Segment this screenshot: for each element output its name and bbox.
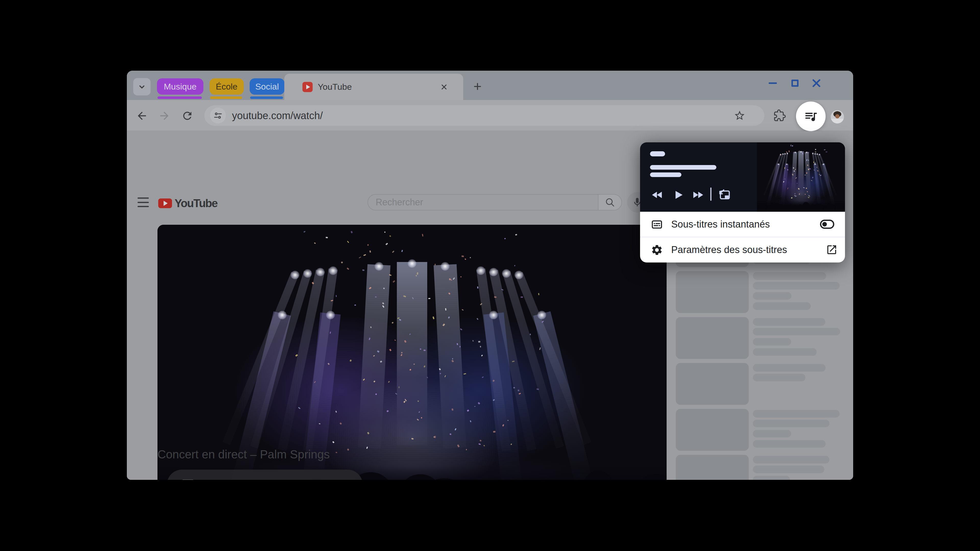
skeleton-thumbnail <box>676 271 749 313</box>
window-close-button[interactable] <box>809 76 824 91</box>
skeleton-text-line <box>753 440 826 448</box>
play-icon <box>673 189 684 200</box>
window-minimize-button[interactable] <box>765 76 780 91</box>
search-bar <box>368 194 622 210</box>
confetti-particle <box>421 417 422 419</box>
search-icon <box>605 197 615 208</box>
caption-settings-row[interactable]: Paramètres des sous-titres <box>640 237 845 262</box>
back-button[interactable] <box>136 110 148 122</box>
spotlight-glow <box>489 311 498 319</box>
skeleton-text-line <box>753 364 826 372</box>
crowd-head <box>811 204 815 212</box>
maximize-icon <box>791 79 799 87</box>
spotlight-glow <box>407 259 417 268</box>
skeleton-text-line <box>753 374 805 381</box>
live-caption-toggle[interactable] <box>820 220 834 229</box>
spotlight-glow <box>812 152 814 154</box>
spotlight-glow <box>806 151 808 153</box>
confetti-particle <box>434 264 436 265</box>
confetti-particle <box>530 333 531 335</box>
spotlight-glow <box>800 151 802 153</box>
now-playing-card <box>640 142 845 212</box>
caption-settings-label: Paramètres des sous-titres <box>671 237 787 262</box>
fast-forward-icon <box>692 189 703 201</box>
confetti-particle <box>368 244 369 246</box>
cast-to-tv-button[interactable]: Lecture sur un téléviseur de salon <box>167 470 363 480</box>
tab-group-underline-1 <box>158 97 202 99</box>
forward-button[interactable] <box>158 110 170 122</box>
spotlight-glow <box>476 266 485 275</box>
arrow-back-icon <box>136 110 148 122</box>
tune-icon <box>213 110 223 121</box>
active-tab-youtube[interactable]: YouTube <box>284 74 463 100</box>
media-controls-button[interactable] <box>796 102 826 131</box>
confetti-particle <box>336 295 337 297</box>
confetti-particle <box>520 297 523 298</box>
confetti-particle <box>794 170 794 171</box>
site-info-button[interactable] <box>210 108 226 124</box>
reload-button[interactable] <box>181 110 193 122</box>
spotlight-glow <box>819 154 820 156</box>
spotlight-glow <box>787 152 788 154</box>
extensions-button[interactable] <box>773 110 786 122</box>
arrow-forward-icon <box>158 110 170 122</box>
confetti-particle <box>460 346 461 348</box>
confetti-particle <box>784 167 785 169</box>
skeleton-text-line <box>753 318 825 326</box>
youtube-logo[interactable]: YouTube <box>158 197 218 210</box>
crowd-head <box>761 203 765 212</box>
live-caption-row[interactable]: Sous-titres instantanés <box>640 212 845 237</box>
bookmark-star-button[interactable] <box>734 110 746 121</box>
spotlight-glow <box>778 163 779 165</box>
confetti-particle <box>816 167 817 168</box>
spotlight-glow <box>502 269 511 278</box>
subtitles-icon <box>651 218 663 230</box>
search-button[interactable] <box>598 195 621 210</box>
spotlight-glow <box>441 262 450 271</box>
crowd-head <box>830 204 834 212</box>
media-controls-popup: Sous-titres instantanés Paramètres des s… <box>640 142 845 262</box>
picture-in-picture-button[interactable] <box>717 188 732 202</box>
desktop-background: MusiqueÉcoleSocial YouTube <box>0 0 980 551</box>
picture-in-picture-icon <box>718 188 731 202</box>
previous-track-button[interactable] <box>650 188 665 202</box>
new-tab-button[interactable] <box>471 80 484 93</box>
skeleton-text-line <box>753 282 840 289</box>
tab-close-button[interactable] <box>439 83 449 92</box>
open-in-new-icon <box>826 244 838 256</box>
spotlight-glow <box>278 311 287 319</box>
live-caption-label: Sous-titres instantanés <box>671 212 770 237</box>
tab-group-chip-3[interactable]: Social <box>250 78 285 95</box>
tab-search-button[interactable] <box>133 78 151 95</box>
skeleton-text-line <box>753 272 826 280</box>
profile-avatar[interactable] <box>831 110 844 124</box>
next-track-button[interactable] <box>690 188 705 202</box>
play-button[interactable] <box>671 188 686 202</box>
confetti-particle <box>808 160 809 161</box>
confetti-particle <box>466 449 467 450</box>
spotlight-glow <box>815 153 816 155</box>
address-bar[interactable]: youtube.com/watch/ <box>204 105 764 126</box>
controls-divider <box>710 187 711 201</box>
tab-group-chip-1[interactable]: Musique <box>157 78 204 95</box>
search-input[interactable] <box>368 195 599 210</box>
reload-icon <box>181 110 193 122</box>
skeleton-text-line <box>753 456 829 464</box>
chevron-down-icon <box>137 82 147 92</box>
window-maximize-button[interactable] <box>788 76 803 91</box>
spotlight-glow <box>489 268 498 276</box>
confetti-particle <box>805 194 806 195</box>
video-title: Concert en direct – Palm Springs <box>158 448 330 461</box>
skeleton-thumbnail <box>676 317 749 359</box>
tab-group-chip-2[interactable]: École <box>210 78 244 95</box>
confetti-particle <box>423 349 426 351</box>
video-player[interactable]: Lecture sur un téléviseur de salon <box>158 225 667 480</box>
skeleton-text-line <box>753 292 791 300</box>
confetti-particle <box>445 308 446 310</box>
cast-label: Lecture sur un téléviseur de salon <box>204 479 357 480</box>
close-icon <box>811 78 822 89</box>
gear-icon <box>651 244 663 256</box>
menu-button[interactable] <box>138 197 149 207</box>
confetti-particle <box>428 298 431 299</box>
confetti-particle <box>787 169 788 170</box>
